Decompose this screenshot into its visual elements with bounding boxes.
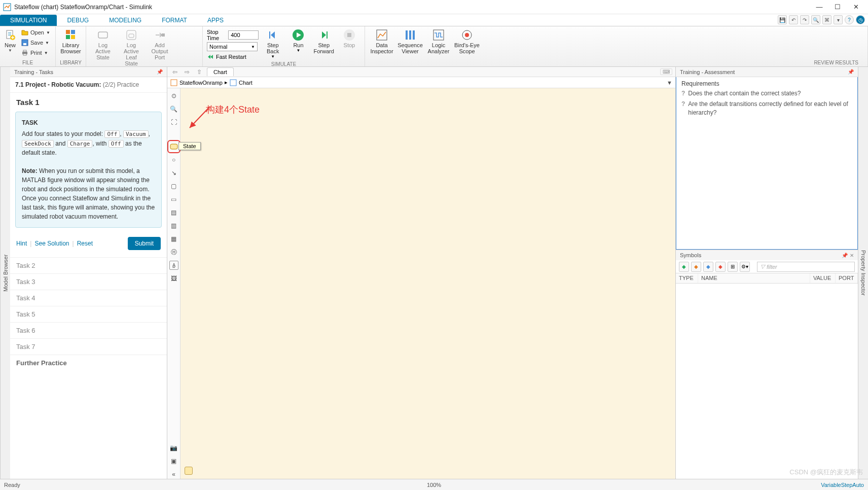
- fit-icon[interactable]: ⛶: [169, 118, 178, 127]
- logic-analyzer-button[interactable]: Logic Analyzer: [426, 28, 451, 54]
- solver-label[interactable]: VariableStepAuto: [821, 482, 864, 488]
- fit-to-view-icon[interactable]: ⊙: [169, 91, 178, 100]
- mode-select[interactable]: Normal▼: [207, 42, 258, 51]
- state-tool[interactable]: [169, 142, 178, 151]
- redo-icon[interactable]: ↷: [800, 15, 809, 24]
- matlab-function-tool[interactable]: ▥: [169, 221, 178, 230]
- shortcuts-icon[interactable]: ⌘: [822, 15, 831, 24]
- box-tool[interactable]: ▢: [169, 182, 178, 191]
- collapse-icon[interactable]: «: [169, 470, 178, 479]
- training-tasks-panel: Training - Tasks📌 7.1 Project - Robotic …: [10, 67, 167, 479]
- keyboard-icon[interactable]: ⌨: [660, 68, 672, 75]
- library-browser-button[interactable]: Library Browser: [60, 28, 82, 54]
- junction-tool[interactable]: ○: [169, 155, 178, 164]
- svg-rect-23: [409, 30, 411, 40]
- tab-debug[interactable]: DEBUG: [57, 15, 99, 26]
- delete-icon[interactable]: ◆: [715, 262, 726, 272]
- submit-button[interactable]: Submit: [128, 237, 161, 250]
- data-inspector-button[interactable]: Data Inspector: [369, 28, 394, 54]
- log-active-state-button[interactable]: Log Active State: [90, 28, 116, 60]
- close-icon[interactable]: ✕: [850, 253, 854, 258]
- close-button[interactable]: ✕: [847, 1, 865, 13]
- annotation-tool[interactable]: A̲: [169, 261, 178, 270]
- zoom-level[interactable]: 100%: [427, 482, 441, 488]
- fast-restart-icon: [207, 53, 214, 60]
- search-icon[interactable]: 🔍: [811, 15, 820, 24]
- doc-tab-chart[interactable]: Chart: [207, 67, 234, 76]
- log-active-leaf-button[interactable]: Log Active Leaf State: [119, 28, 144, 66]
- task-row[interactable]: Further Practice: [10, 355, 167, 371]
- subchart-icon[interactable]: ▣: [169, 457, 178, 466]
- breadcrumb-root[interactable]: StateflowOnramp: [179, 80, 223, 86]
- settings-icon[interactable]: ⚙▾: [740, 262, 750, 272]
- model-browser-tab[interactable]: Model Browser: [0, 67, 10, 479]
- add-event-icon[interactable]: ◆: [691, 262, 701, 272]
- nav-back-icon[interactable]: ⇦: [170, 68, 179, 76]
- sequence-viewer-button[interactable]: Sequence Viewer: [397, 28, 423, 54]
- chart-canvas[interactable]: 构建4个State State: [180, 88, 675, 479]
- add-output-port-button[interactable]: Add Output Port: [147, 28, 172, 60]
- nav-forward-icon[interactable]: ⇨: [183, 68, 192, 76]
- log-state-icon: [97, 29, 109, 41]
- property-inspector-tab[interactable]: Property Inspector: [858, 67, 868, 479]
- window-title: Stateflow (chart) StateflowOnramp/Chart …: [14, 4, 810, 11]
- open-button[interactable]: Open▼: [19, 28, 52, 37]
- zoom-icon[interactable]: 🔍: [169, 104, 178, 114]
- task-row[interactable]: Task 4: [10, 290, 167, 306]
- truth-table-tool[interactable]: ▦: [169, 234, 178, 243]
- help-dropdown-icon[interactable]: ▾: [834, 15, 843, 24]
- add-data-icon[interactable]: ◆: [679, 262, 689, 272]
- simulink-function-tool[interactable]: ▭: [169, 195, 178, 204]
- undo-icon[interactable]: ↶: [789, 15, 798, 24]
- symbols-title: Symbols: [680, 252, 701, 258]
- stop-button[interactable]: Stop: [338, 28, 360, 48]
- svg-rect-12: [98, 32, 107, 38]
- save-icon[interactable]: 💾: [778, 15, 787, 24]
- save-button[interactable]: Save▼: [19, 38, 52, 47]
- task-row[interactable]: Task 7: [10, 338, 167, 355]
- tab-simulation[interactable]: SIMULATION: [0, 15, 57, 26]
- graphical-function-tool[interactable]: ▤: [169, 208, 178, 217]
- breadcrumb-leaf[interactable]: Chart: [239, 80, 252, 86]
- svg-rect-16: [269, 31, 270, 39]
- resolve-icon[interactable]: ⊞: [728, 262, 738, 272]
- default-transition-tool[interactable]: ↘: [169, 168, 178, 178]
- step-back-button[interactable]: Step Back▼: [262, 28, 284, 59]
- pin-icon[interactable]: 📌: [842, 253, 848, 258]
- task-row[interactable]: Task 6: [10, 322, 167, 338]
- task-row[interactable]: Task 5: [10, 306, 167, 322]
- image-tool[interactable]: 🖼: [169, 274, 178, 283]
- minimize-button[interactable]: —: [810, 1, 828, 13]
- history-junction-tool[interactable]: Ⓗ: [169, 248, 178, 257]
- pin-icon[interactable]: 📌: [157, 69, 163, 75]
- print-button[interactable]: Print▼: [19, 48, 52, 57]
- reset-link[interactable]: Reset: [77, 240, 93, 247]
- add-message-icon[interactable]: ◆: [703, 262, 713, 272]
- maximize-button[interactable]: ☐: [828, 1, 847, 13]
- tab-modeling[interactable]: MODELING: [99, 15, 152, 26]
- birds-eye-button[interactable]: Bird's-Eye Scope: [454, 28, 480, 54]
- fast-restart-button[interactable]: Fast Restart: [207, 53, 259, 60]
- breadcrumb-dropdown[interactable]: ▼: [667, 80, 672, 86]
- svg-rect-8: [66, 30, 70, 34]
- help-icon[interactable]: ?: [845, 15, 854, 24]
- task-row[interactable]: Task 3: [10, 273, 167, 290]
- tab-format[interactable]: FORMAT: [152, 15, 197, 26]
- stop-time-input[interactable]: [228, 30, 259, 40]
- birds-eye-icon: [461, 29, 473, 41]
- screenshot-icon[interactable]: 📷: [169, 443, 178, 452]
- symbols-filter[interactable]: ▽filter: [757, 262, 855, 272]
- pin-icon[interactable]: 📌: [848, 69, 854, 75]
- see-solution-link[interactable]: See Solution: [34, 240, 69, 247]
- hint-link[interactable]: Hint: [16, 240, 27, 247]
- svg-rect-22: [406, 30, 408, 40]
- new-button[interactable]: New ▼: [4, 28, 16, 53]
- fullscreen-icon[interactable]: ◷: [856, 15, 865, 24]
- canvas-badge-icon[interactable]: [185, 467, 193, 475]
- step-forward-button[interactable]: Step Forward: [313, 28, 335, 54]
- run-button[interactable]: Run▼: [287, 28, 309, 53]
- chart-icon: [230, 79, 237, 86]
- task-row[interactable]: Task 2: [10, 257, 167, 273]
- nav-up-icon[interactable]: ⇧: [195, 68, 204, 76]
- tab-apps[interactable]: APPS: [197, 15, 234, 26]
